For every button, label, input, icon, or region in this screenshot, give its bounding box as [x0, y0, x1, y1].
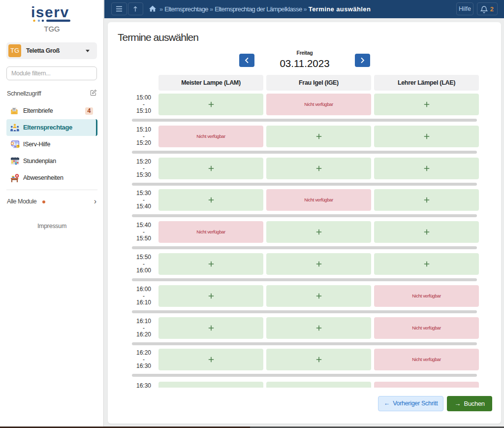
- svg-text:?: ?: [17, 145, 19, 148]
- svg-text:iserv: iserv: [31, 4, 69, 20]
